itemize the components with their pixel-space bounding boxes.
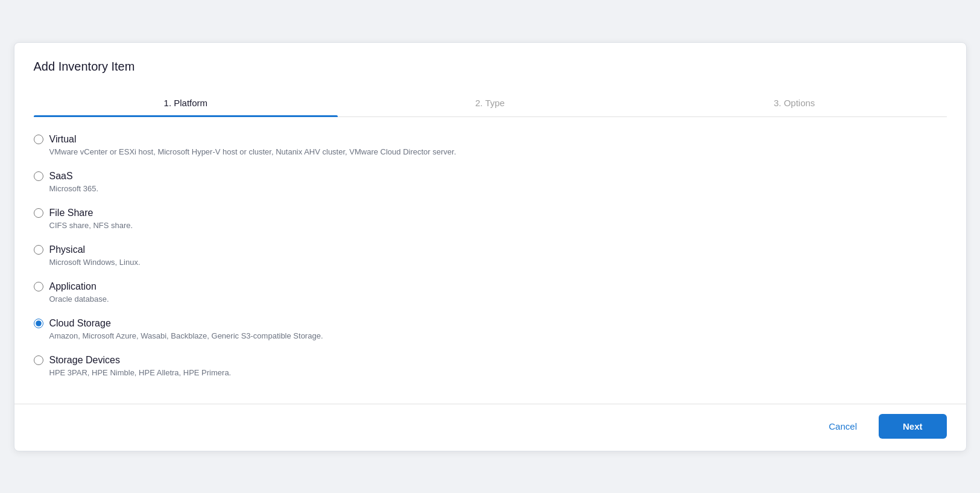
dialog-footer: Cancel Next bbox=[14, 404, 966, 451]
label-virtual: Virtual bbox=[49, 134, 77, 145]
label-storage-devices: Storage Devices bbox=[49, 355, 120, 366]
tab-type[interactable]: 2. Type bbox=[338, 88, 642, 116]
add-inventory-dialog: Add Inventory Item 1. Platform 2. Type 3… bbox=[14, 42, 967, 451]
option-application: Application Oracle database. bbox=[34, 281, 947, 304]
cancel-button[interactable]: Cancel bbox=[817, 415, 869, 437]
radio-application[interactable] bbox=[34, 282, 43, 291]
option-file-share: File Share CIFS share, NFS share. bbox=[34, 208, 947, 230]
radio-saas[interactable] bbox=[34, 171, 43, 181]
desc-application: Oracle database. bbox=[49, 294, 947, 304]
option-cloud-storage: Cloud Storage Amazon, Microsoft Azure, W… bbox=[34, 318, 947, 340]
desc-physical: Microsoft Windows, Linux. bbox=[49, 258, 947, 267]
label-file-share: File Share bbox=[49, 208, 93, 218]
option-storage-devices: Storage Devices HPE 3PAR, HPE Nimble, HP… bbox=[34, 355, 947, 377]
desc-cloud-storage: Amazon, Microsoft Azure, Wasabi, Backbla… bbox=[49, 331, 947, 340]
label-application: Application bbox=[49, 281, 96, 292]
radio-virtual[interactable] bbox=[34, 135, 43, 144]
tab-options[interactable]: 3. Options bbox=[642, 88, 947, 116]
tab-platform[interactable]: 1. Platform bbox=[34, 88, 338, 116]
radio-physical[interactable] bbox=[34, 245, 43, 255]
label-physical: Physical bbox=[49, 244, 86, 255]
option-virtual: Virtual VMware vCenter or ESXi host, Mic… bbox=[34, 134, 947, 156]
desc-saas: Microsoft 365. bbox=[49, 184, 947, 193]
label-saas: SaaS bbox=[49, 171, 73, 182]
option-saas: SaaS Microsoft 365. bbox=[34, 171, 947, 193]
desc-file-share: CIFS share, NFS share. bbox=[49, 221, 947, 230]
radio-cloud-storage[interactable] bbox=[34, 319, 43, 328]
option-physical: Physical Microsoft Windows, Linux. bbox=[34, 244, 947, 267]
dialog-header: Add Inventory Item 1. Platform 2. Type 3… bbox=[14, 43, 966, 117]
dialog-body: Virtual VMware vCenter or ESXi host, Mic… bbox=[14, 117, 966, 404]
desc-virtual: VMware vCenter or ESXi host, Microsoft H… bbox=[49, 147, 947, 156]
dialog-title: Add Inventory Item bbox=[34, 60, 947, 74]
desc-storage-devices: HPE 3PAR, HPE Nimble, HPE Alletra, HPE P… bbox=[49, 368, 947, 377]
next-button[interactable]: Next bbox=[879, 414, 947, 439]
tabs-container: 1. Platform 2. Type 3. Options bbox=[34, 88, 947, 117]
radio-file-share[interactable] bbox=[34, 208, 43, 218]
radio-storage-devices[interactable] bbox=[34, 355, 43, 365]
label-cloud-storage: Cloud Storage bbox=[49, 318, 111, 329]
